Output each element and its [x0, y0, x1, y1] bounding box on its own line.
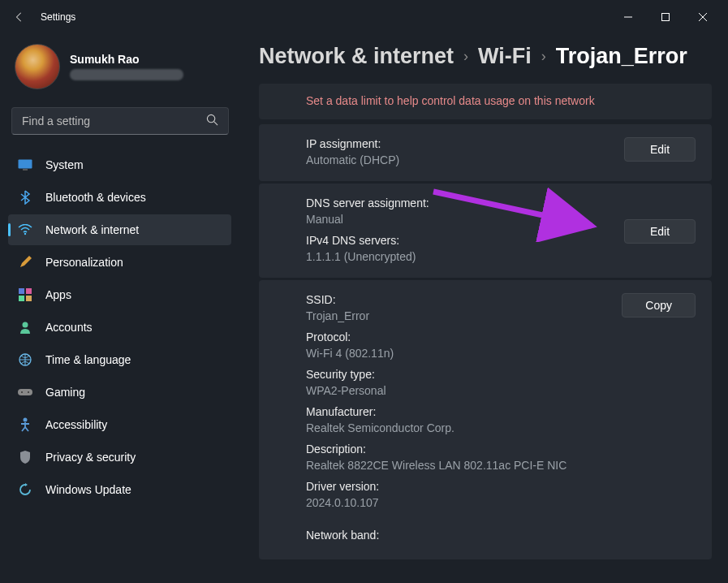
manufacturer-value: Realtek Semiconductor Corp.	[306, 421, 622, 434]
svg-point-4	[24, 233, 26, 235]
band-label: Network band:	[306, 529, 622, 542]
maximize-button[interactable]	[647, 4, 684, 30]
sidebar-item-label: Windows Update	[45, 483, 131, 496]
dns-servers-label: IPv4 DNS servers:	[306, 234, 429, 247]
svg-point-14	[24, 418, 28, 422]
account-icon	[18, 320, 32, 335]
sidebar-item-label: System	[45, 158, 84, 171]
app-title: Settings	[41, 11, 75, 23]
svg-rect-11	[18, 389, 32, 395]
manufacturer-label: Manufacturer:	[306, 405, 622, 418]
search-icon	[206, 114, 218, 129]
titlebar: Settings	[0, 0, 728, 34]
sidebar-item-privacy[interactable]: Privacy & security	[8, 442, 231, 473]
sidebar-item-bluetooth[interactable]: Bluetooth & devices	[8, 182, 231, 213]
protocol-label: Protocol:	[306, 330, 622, 343]
breadcrumb: Network & internet › Wi-Fi › Trojan_Erro…	[259, 44, 712, 69]
network-details-card: SSID: Trojan_Error Protocol: Wi-Fi 4 (80…	[259, 280, 712, 559]
avatar	[15, 44, 60, 89]
sidebar-item-system[interactable]: System	[8, 149, 231, 180]
gaming-icon	[18, 385, 32, 399]
sidebar-item-personalization[interactable]: Personalization	[8, 247, 231, 278]
sidebar-item-label: Bluetooth & devices	[45, 191, 146, 204]
bluetooth-icon	[18, 190, 32, 205]
brush-icon	[18, 255, 32, 270]
svg-rect-3	[23, 169, 28, 171]
shield-icon	[18, 450, 32, 464]
svg-point-9	[23, 322, 28, 328]
sidebar-item-label: Privacy & security	[45, 451, 136, 464]
dns-assignment-value: Manual	[306, 213, 429, 226]
protocol-value: Wi-Fi 4 (802.11n)	[306, 347, 622, 360]
ip-assignment-value: Automatic (DHCP)	[306, 153, 399, 166]
chevron-right-icon: ›	[541, 48, 546, 65]
sidebar: Sumukh Rao System Bluetooth & devices Ne…	[0, 34, 239, 583]
update-icon	[18, 482, 32, 497]
edit-ip-button[interactable]: Edit	[624, 137, 696, 162]
description-label: Description:	[306, 443, 622, 456]
system-icon	[18, 158, 32, 172]
sidebar-item-label: Accessibility	[45, 418, 107, 431]
profile-email-redacted	[70, 69, 183, 80]
profile-block[interactable]: Sumukh Rao	[8, 41, 231, 102]
ssid-label: SSID:	[306, 293, 622, 306]
breadcrumb-wifi[interactable]: Wi-Fi	[478, 44, 532, 69]
svg-rect-8	[26, 296, 32, 301]
svg-point-12	[21, 391, 23, 393]
breadcrumb-current: Trojan_Error	[556, 44, 687, 69]
back-button[interactable]	[6, 4, 32, 30]
search-input[interactable]	[22, 114, 206, 127]
security-label: Security type:	[306, 368, 622, 381]
breadcrumb-network[interactable]: Network & internet	[259, 44, 454, 69]
sidebar-item-label: Network & internet	[45, 223, 139, 236]
minimize-button[interactable]	[610, 4, 647, 30]
dns-servers-value: 1.1.1.1 (Unencrypted)	[306, 250, 429, 263]
sidebar-item-update[interactable]: Windows Update	[8, 474, 231, 505]
sidebar-item-time-language[interactable]: Time & language	[8, 344, 231, 375]
sidebar-item-label: Personalization	[45, 256, 123, 269]
dns-assignment-label: DNS server assignment:	[306, 196, 429, 209]
svg-rect-5	[19, 288, 24, 294]
main-content: Network & internet › Wi-Fi › Trojan_Erro…	[239, 34, 728, 583]
dns-card: DNS server assignment: Manual IPv4 DNS s…	[259, 184, 712, 278]
copy-button[interactable]: Copy	[622, 293, 696, 317]
svg-point-13	[28, 391, 29, 393]
svg-rect-7	[19, 296, 24, 301]
sidebar-item-label: Accounts	[45, 321, 93, 334]
accessibility-icon	[18, 417, 32, 432]
driver-label: Driver version:	[306, 480, 622, 493]
sidebar-item-accounts[interactable]: Accounts	[8, 312, 231, 343]
sidebar-item-label: Gaming	[45, 386, 85, 399]
ip-assignment-card: IP assignment: Automatic (DHCP) Edit	[259, 124, 712, 181]
edit-dns-button[interactable]: Edit	[624, 219, 696, 244]
data-limit-banner[interactable]: Set a data limit to help control data us…	[259, 84, 712, 119]
svg-rect-0	[662, 14, 670, 21]
driver-value: 2024.0.10.107	[306, 496, 622, 509]
sidebar-item-network[interactable]: Network & internet	[8, 214, 231, 245]
security-value: WPA2-Personal	[306, 384, 622, 397]
svg-rect-2	[19, 160, 32, 169]
ssid-value: Trojan_Error	[306, 309, 622, 322]
sidebar-item-gaming[interactable]: Gaming	[8, 377, 231, 408]
svg-point-1	[207, 114, 214, 122]
sidebar-item-apps[interactable]: Apps	[8, 279, 231, 310]
profile-name: Sumukh Rao	[70, 53, 183, 66]
sidebar-item-accessibility[interactable]: Accessibility	[8, 409, 231, 440]
sidebar-item-label: Apps	[45, 288, 71, 301]
sidebar-item-label: Time & language	[45, 353, 131, 366]
apps-icon	[18, 287, 32, 302]
svg-rect-6	[26, 288, 32, 294]
globe-icon	[18, 352, 32, 367]
search-box[interactable]	[11, 107, 229, 135]
chevron-right-icon: ›	[463, 48, 468, 65]
banner-text: Set a data limit to help control data us…	[306, 94, 595, 107]
close-button[interactable]	[684, 4, 722, 30]
nav-list: System Bluetooth & devices Network & int…	[8, 149, 231, 505]
window-controls	[610, 4, 722, 30]
description-value: Realtek 8822CE Wireless LAN 802.11ac PCI…	[306, 459, 622, 472]
wifi-icon	[18, 222, 32, 237]
ip-assignment-label: IP assignment:	[306, 137, 399, 150]
